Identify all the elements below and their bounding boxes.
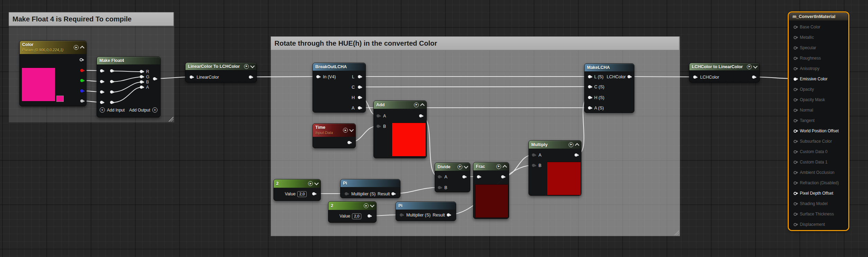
output-pin[interactable] bbox=[752, 76, 755, 79]
input-pin-a[interactable] bbox=[588, 106, 591, 109]
input-pin-b[interactable] bbox=[532, 164, 535, 167]
chevron-up-icon[interactable] bbox=[575, 143, 579, 148]
output-pin[interactable] bbox=[627, 75, 631, 78]
material-graph-canvas[interactable]: Make Float 4 is Required To compile Rota… bbox=[0, 0, 868, 257]
node-constant-2b[interactable]: 2 Value 2,0 bbox=[328, 201, 377, 223]
wire[interactable] bbox=[629, 77, 695, 77]
input-pin[interactable] bbox=[100, 69, 103, 72]
color-swatch[interactable] bbox=[56, 96, 64, 102]
output-pin-g[interactable] bbox=[140, 75, 143, 78]
material-pin-row[interactable]: Base Color bbox=[794, 24, 820, 30]
material-input-pin[interactable] bbox=[794, 36, 797, 39]
input-pin[interactable] bbox=[100, 101, 103, 104]
material-input-pin[interactable] bbox=[794, 223, 797, 226]
output-pin-c[interactable] bbox=[358, 86, 361, 89]
output-pin-l[interactable] bbox=[358, 75, 361, 78]
node-linearcolor-to-lchcolor[interactable]: LinearColor To LCHColor LinearColor bbox=[185, 62, 257, 82]
input-pin[interactable] bbox=[400, 213, 403, 216]
input-pin-b[interactable] bbox=[377, 125, 380, 128]
node-make-float4[interactable]: Make Float4 R G B A Add Input Add Output bbox=[97, 56, 161, 117]
material-pin-row[interactable]: Roughness bbox=[794, 55, 821, 62]
material-pin-row[interactable]: Refraction (Disabled) bbox=[794, 179, 839, 186]
input-pin[interactable] bbox=[693, 76, 696, 79]
chevron-up-icon[interactable] bbox=[503, 165, 507, 169]
node-add[interactable]: Add A B bbox=[373, 100, 427, 158]
material-pin-row[interactable]: Metallic bbox=[794, 34, 814, 41]
preview-toggle-icon[interactable] bbox=[308, 181, 313, 186]
material-input-pin[interactable] bbox=[794, 109, 797, 112]
value-input[interactable]: 2,0 bbox=[297, 191, 307, 197]
output-pin-b[interactable] bbox=[80, 89, 83, 92]
material-input-pin[interactable] bbox=[794, 119, 797, 122]
input-pin-h[interactable] bbox=[588, 96, 591, 99]
chevron-down-icon[interactable] bbox=[314, 181, 319, 185]
output-pin-g[interactable] bbox=[80, 79, 83, 82]
material-input-pin[interactable] bbox=[794, 78, 797, 81]
chevron-up-icon[interactable] bbox=[420, 103, 425, 108]
preview-toggle-icon[interactable] bbox=[458, 165, 462, 169]
inner-pin[interactable] bbox=[110, 101, 113, 104]
output-pin-a[interactable] bbox=[358, 106, 361, 109]
input-pin-a[interactable] bbox=[532, 153, 535, 157]
material-pin-row[interactable]: Pixel Depth Offset bbox=[794, 190, 833, 197]
material-pin-row[interactable]: Opacity bbox=[794, 86, 814, 93]
node-pi-a[interactable]: Pi Multiplier (S) Result bbox=[340, 179, 400, 198]
input-pin-a[interactable] bbox=[377, 114, 380, 117]
output-pin-r[interactable] bbox=[80, 69, 83, 72]
output-pin[interactable] bbox=[368, 214, 371, 218]
input-pin[interactable] bbox=[316, 75, 319, 78]
preview-toggle-icon[interactable] bbox=[496, 164, 501, 169]
node-make-lcha[interactable]: MakeLCHA L (S) LCHColor C (S) H (S) A (S… bbox=[584, 63, 634, 113]
output-pin[interactable] bbox=[501, 175, 504, 178]
inner-pin[interactable] bbox=[110, 90, 113, 94]
preview-toggle-icon[interactable] bbox=[414, 103, 419, 107]
material-pin-row[interactable]: Shading Model bbox=[794, 200, 828, 207]
material-input-pin[interactable] bbox=[794, 192, 797, 195]
output-pin-r[interactable] bbox=[140, 70, 143, 73]
material-pin-row[interactable]: Opacity Mask bbox=[794, 96, 825, 103]
output-pin-rgba[interactable] bbox=[80, 58, 83, 61]
material-pin-row[interactable]: Displacement bbox=[794, 221, 825, 228]
add-output-button[interactable]: Add Output bbox=[129, 108, 150, 113]
input-pin-l[interactable] bbox=[588, 75, 591, 78]
output-pin-a[interactable] bbox=[80, 99, 83, 103]
material-input-pin[interactable] bbox=[794, 150, 797, 153]
material-input-pin[interactable] bbox=[794, 130, 797, 133]
material-pin-row[interactable]: Subsurface Color bbox=[794, 138, 832, 145]
node-frac[interactable]: Frac bbox=[473, 162, 509, 219]
output-pin-h[interactable] bbox=[358, 96, 361, 99]
material-input-pin[interactable] bbox=[794, 181, 797, 185]
wire[interactable] bbox=[359, 87, 589, 87]
input-pin[interactable] bbox=[190, 76, 193, 79]
chevron-down-icon[interactable] bbox=[464, 164, 468, 169]
material-input-pin[interactable] bbox=[794, 171, 797, 174]
material-pin-row[interactable]: World Position Offset bbox=[794, 127, 839, 134]
output-pin[interactable] bbox=[347, 141, 351, 144]
input-pin[interactable] bbox=[345, 192, 348, 195]
chevron-down-icon[interactable] bbox=[370, 203, 374, 207]
output-pin-b[interactable] bbox=[140, 80, 143, 83]
node-breakout-lcha[interactable]: BreakOutLCHA In (V4) L C H A bbox=[313, 63, 366, 113]
output-pin-main[interactable] bbox=[153, 77, 156, 80]
inner-pin[interactable] bbox=[110, 80, 113, 83]
material-pin-row[interactable]: Specular bbox=[794, 44, 816, 51]
output-pin[interactable] bbox=[419, 114, 422, 117]
node-multiply[interactable]: Multiply A B bbox=[528, 140, 581, 196]
preview-toggle-icon[interactable] bbox=[343, 128, 348, 133]
input-pin-b[interactable] bbox=[438, 186, 441, 189]
node-color-param[interactable]: Color Param (0.906,0,0.224,1) Default Va… bbox=[19, 41, 87, 106]
output-pin[interactable] bbox=[575, 153, 578, 157]
material-input-pin[interactable] bbox=[794, 213, 797, 216]
node-material-result[interactable]: m_ConvertInMaterial Base Color Metallic … bbox=[789, 12, 848, 230]
material-input-pin[interactable] bbox=[794, 140, 797, 143]
material-pin-row[interactable]: Anisotropy bbox=[794, 65, 820, 72]
preview-toggle-icon[interactable] bbox=[569, 142, 573, 147]
chevron-down-icon[interactable] bbox=[349, 127, 354, 132]
material-input-pin[interactable] bbox=[794, 67, 797, 70]
wire[interactable] bbox=[250, 77, 318, 77]
add-input-button[interactable]: Add Input bbox=[107, 108, 125, 113]
input-pin[interactable] bbox=[100, 80, 103, 83]
material-input-pin[interactable] bbox=[794, 98, 797, 101]
chevron-down-icon[interactable] bbox=[250, 64, 255, 68]
material-pin-row[interactable]: Normal bbox=[794, 107, 813, 114]
